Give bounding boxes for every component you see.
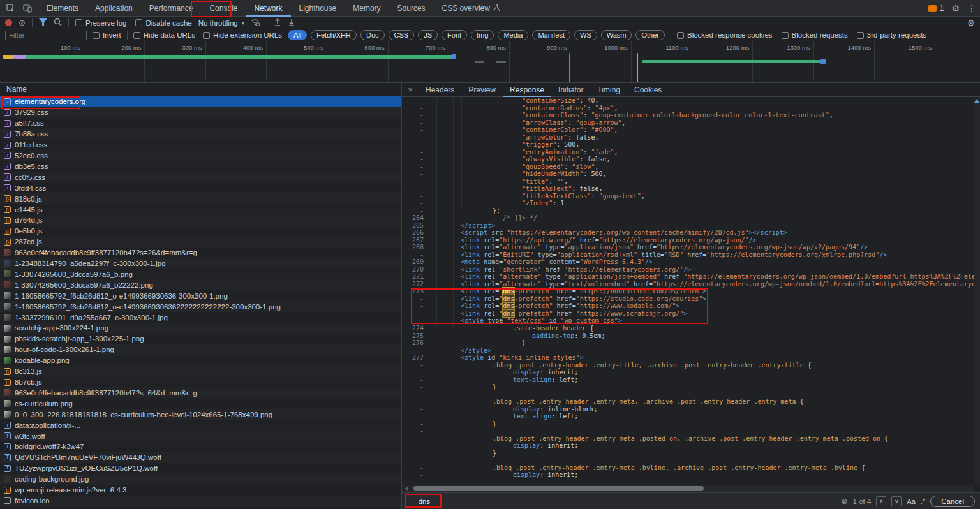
detail-tab-timing[interactable]: Timing — [590, 83, 627, 97]
request-row[interactable]: TQdVUSTchPBm7nuUeVF70viFjuW44JQ.woff — [0, 452, 401, 463]
request-row[interactable]: coding-background.jpg — [0, 474, 401, 485]
pill-fetch-xhr[interactable]: Fetch/XHR — [311, 30, 357, 40]
request-row[interactable]: {}818c0.js — [0, 193, 401, 204]
horizontal-scrollbar-thumb[interactable] — [413, 486, 704, 491]
pill-manifest[interactable]: Manifest — [532, 30, 570, 40]
pill-img[interactable]: Img — [471, 30, 494, 40]
tab-lighthouse[interactable]: Lighthouse — [291, 0, 345, 17]
request-row[interactable]: 1-33074265600_3dcca597a6_b22222.png — [0, 279, 401, 290]
filter-check-blocked-requests[interactable]: Blocked requests — [782, 31, 848, 39]
pill-all[interactable]: All — [288, 30, 307, 40]
request-row[interactable]: Tw3tc.woff — [0, 431, 401, 441]
search-input[interactable] — [419, 498, 836, 505]
request-row[interactable]: 1-16058665792_f6cb26d812_o-e149936693063… — [0, 301, 401, 312]
request-row[interactable]: {}d764d.js — [0, 215, 401, 226]
close-icon[interactable]: × — [402, 85, 419, 94]
tab-elements[interactable]: Elements — [38, 0, 87, 17]
throttling-dropdown[interactable]: No throttling ▾ — [198, 19, 245, 27]
request-row[interactable]: {}0e5b0.js — [0, 226, 401, 237]
request-row[interactable]: {}8c313.js — [0, 366, 401, 377]
pill-js[interactable]: JS — [418, 30, 438, 40]
tab-performance[interactable]: Performance — [141, 0, 202, 17]
request-row[interactable]: favicon.ico — [0, 496, 401, 506]
record-button[interactable] — [5, 19, 12, 26]
scroll-left-arrow-icon[interactable] — [405, 487, 408, 491]
request-row[interactable]: {}e1445.js — [0, 204, 401, 215]
request-row[interactable]: 0_0_300_226.81818181818_cs-curriculum-be… — [0, 409, 401, 420]
tab-application[interactable]: Application — [87, 0, 141, 17]
pill-font[interactable]: Font — [442, 30, 467, 40]
detail-tab-cookies[interactable]: Cookies — [627, 83, 669, 97]
filter-input[interactable] — [5, 31, 87, 40]
request-row[interactable]: Tboldgrid.woff?-k3w47 — [0, 441, 401, 452]
filter-toggle-icon[interactable] — [39, 18, 47, 27]
search-icon[interactable] — [54, 18, 62, 27]
tab-memory[interactable]: Memory — [345, 0, 389, 17]
toolbar-check-preserve-log[interactable]: Preserve log — [75, 19, 127, 27]
network-overview-timeline[interactable]: 100 ms200 ms300 ms400 ms500 ms600 ms700 … — [0, 41, 980, 83]
cancel-button[interactable]: Cancel — [930, 496, 975, 507]
invert-checkbox[interactable]: Invert — [93, 31, 121, 39]
request-row[interactable]: 1-33074265600_3dcca597a6_b.png — [0, 269, 401, 280]
issues-badge[interactable]: 1 — [928, 4, 944, 13]
detail-tab-headers[interactable]: Headers — [419, 83, 461, 97]
request-row[interactable]: /3fdd4.css — [0, 182, 401, 193]
response-code-viewer[interactable]: -"containerSize": 40,-"containerRadius":… — [402, 97, 974, 485]
filter-check-hide-data-urls[interactable]: Hide data URLs — [133, 31, 195, 39]
request-row[interactable]: 1-30372996101_d9a255a667_c-300x300-1.jpg — [0, 312, 401, 323]
request-row[interactable]: {}287cd.js — [0, 237, 401, 247]
filter-check-blocked-response-cookies[interactable]: Blocked response cookies — [677, 31, 773, 39]
request-row[interactable]: /cc0f5.css — [0, 172, 401, 182]
request-row[interactable]: /52ec0.css — [0, 151, 401, 161]
detail-tab-preview[interactable]: Preview — [461, 83, 503, 97]
request-row[interactable]: {}wp-emoji-release.min.js?ver=6.4.3 — [0, 485, 401, 496]
next-match-button[interactable]: ∨ — [891, 496, 902, 506]
request-row[interactable]: {}8b7cb.js — [0, 377, 401, 388]
request-row[interactable]: ≡elementarycoders.org — [0, 96, 401, 107]
settings-gear-icon[interactable]: ⚙ — [951, 4, 960, 13]
pill-media[interactable]: Media — [498, 30, 528, 40]
filter-check-3rd-party-requests[interactable]: 3rd-party requests — [857, 31, 926, 39]
request-row[interactable]: 1-16058665792_f6cb26d812_o-e149936693063… — [0, 290, 401, 301]
tab-css-overview[interactable]: CSS overview — [434, 0, 509, 17]
device-toolbar-icon[interactable] — [20, 2, 34, 15]
previous-match-button[interactable]: ∧ — [876, 496, 886, 506]
tab-console[interactable]: Console — [201, 0, 246, 17]
pill-other[interactable]: Other — [635, 30, 665, 40]
network-settings-gear-icon[interactable]: ⚙ — [967, 18, 975, 27]
network-conditions-icon[interactable] — [251, 18, 260, 27]
request-row[interactable]: /db3e5.css — [0, 161, 401, 172]
request-row[interactable]: 963e0cf4febacaddb8c9ff3877120b47?s=26&d=… — [0, 247, 401, 258]
request-row[interactable]: cs-curriculum.png — [0, 398, 401, 409]
clear-button[interactable]: ⊘ — [19, 18, 26, 27]
request-row[interactable]: kodable-app.png — [0, 355, 401, 366]
request-row[interactable]: 963e0cf4febacaddb8c9ff3877120b47?s=64&d=… — [0, 387, 401, 398]
request-row[interactable]: TTUZyzwprpvBS1izr_vOECuSZU5cP1Q.woff — [0, 463, 401, 474]
request-row[interactable]: pbskids-scratchjr-app_1-300x225-1.png — [0, 334, 401, 344]
request-row[interactable]: hour-of-code-1-300x261-1.png — [0, 344, 401, 355]
request-list-header[interactable]: Name — [0, 83, 402, 96]
pill-wasm[interactable]: Wasm — [601, 30, 632, 40]
regex-button[interactable]: .* — [921, 498, 925, 505]
request-row[interactable]: scratchjr-app-300x224-1.png — [0, 323, 401, 334]
request-row[interactable]: /37929.css — [0, 107, 401, 118]
pill-doc[interactable]: Doc — [360, 30, 385, 40]
pill-css[interactable]: CSS — [389, 30, 415, 40]
detail-tab-initiator[interactable]: Initiator — [551, 83, 590, 97]
name-column-header[interactable]: Name — [6, 85, 27, 94]
request-row[interactable]: 1-23488314790_a5dea2297f_c-300x300-1.jpg — [0, 258, 401, 269]
import-har-icon[interactable] — [274, 18, 281, 27]
request-row[interactable]: /a5ff7.css — [0, 118, 401, 129]
pill-ws[interactable]: WS — [574, 30, 597, 40]
vertical-scrollbar[interactable] — [974, 97, 980, 485]
tab-network[interactable]: Network — [246, 0, 290, 17]
match-case-button[interactable]: Aa — [907, 498, 915, 505]
export-har-icon[interactable] — [288, 18, 295, 27]
tab-sources[interactable]: Sources — [389, 0, 434, 17]
request-row[interactable]: /011cd.css — [0, 140, 401, 151]
request-row[interactable]: Tdata:application/x-... — [0, 420, 401, 431]
request-row[interactable]: /7b88a.css — [0, 129, 401, 140]
toolbar-check-disable-cache[interactable]: Disable cache — [135, 19, 191, 27]
detail-tab-response[interactable]: Response — [503, 83, 551, 97]
inspect-element-icon[interactable] — [4, 2, 18, 15]
